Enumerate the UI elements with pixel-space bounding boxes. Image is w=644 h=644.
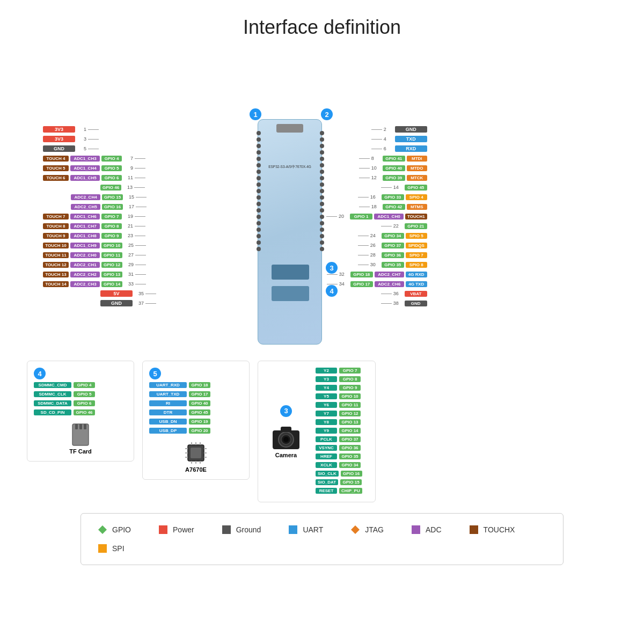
- pin-label-3v3-1: 3V3: [43, 126, 75, 133]
- left-pin-1: 3V3 1: [43, 125, 156, 134]
- rpin-label-adc1ch0: ADC1_CH0: [374, 214, 404, 219]
- left-pin-13: GPIO 46 13: [43, 182, 156, 192]
- rpin-label-mtms: MTMS: [407, 204, 427, 210]
- pin-num-35: 35: [134, 291, 144, 296]
- pin-num-11: 11: [123, 175, 133, 180]
- camera-pin-list: Y2 GPIO 7 Y3 GPIO 8 Y4 GPIO 9 Y5 GPIO 10…: [316, 368, 362, 495]
- cam-y5-gpio: GPIO 10: [339, 393, 361, 399]
- left-pin-21: TOUCH 8 ADC1_CH7 GPIO 8 21: [43, 221, 156, 231]
- tf-card-icon: [70, 421, 91, 448]
- rpin-num-6: 6: [384, 146, 393, 151]
- pin-label-adc1ch6: ADC1_CH6: [70, 214, 100, 219]
- pin-label-adc1ch9: ADC1_CH9: [70, 243, 100, 248]
- left-pin-29: TOUCH 12 ADC2_CH1 GPIO 12 29: [43, 260, 156, 269]
- svg-rect-1: [75, 424, 78, 429]
- cam-y6-gpio: GPIO 11: [339, 402, 361, 408]
- cam-href-label: HREF: [316, 453, 337, 459]
- pin-label-touch10: TOUCH 10: [43, 243, 69, 248]
- pin-label-touch5: TOUCH 5: [43, 165, 69, 171]
- legend-touchx-label: TOUCHX: [484, 525, 515, 534]
- right-pin-12: 12 GPIO 39 MTCK: [326, 173, 427, 182]
- a7670e-pin-list: UART_RXD GPIO 18 UART_TXD GPIO 17 RI GPI…: [149, 382, 243, 435]
- pin-label-gpio13: GPIO 13: [101, 272, 122, 277]
- left-pin-35: 5V 35: [43, 289, 156, 298]
- rpin-label-adc2ch6: ADC2_CH6: [375, 281, 404, 287]
- gpio-diamond-icon: [97, 524, 108, 535]
- rpin-label-gpio41: GPIO 41: [383, 156, 405, 162]
- a7670e-dtr-gpio: GPIO 45: [189, 409, 210, 415]
- cam-y5-label: Y5: [316, 393, 337, 399]
- legend-uart-label: UART: [303, 525, 323, 534]
- rpin-num-18: 18: [371, 204, 381, 209]
- pin-num-13: 13: [123, 185, 133, 190]
- left-pin-5: GND 5: [43, 144, 156, 153]
- a7670e-usbdn-label: USB_DN: [149, 419, 187, 425]
- rpin-label-4grxd: 4G RXD: [406, 272, 427, 277]
- rpin-label-gpio39: GPIO 39: [383, 175, 405, 181]
- legend-adc: ADC: [411, 524, 442, 535]
- tf-card-text: TF Card: [69, 448, 92, 455]
- cam-pin-sioclk: SIO_CLK GPIO 16: [316, 471, 362, 477]
- cam-y6-label: Y6: [316, 402, 337, 408]
- left-pin-33: TOUCH 14 ADC2_CH3 GPIO 14 33: [43, 279, 156, 289]
- ground-square-icon: [221, 524, 232, 535]
- cam-siodat-label: SIO_DAT: [316, 479, 338, 485]
- rpin-num-38: 38: [393, 301, 403, 306]
- legend-spi-label: SPI: [112, 544, 125, 553]
- spi-square-icon: [97, 543, 108, 554]
- pin-label-adc2ch1: ADC2_CH1: [70, 262, 100, 268]
- rpin-label-txd: TXD: [395, 136, 427, 142]
- left-pins-container: 3V3 1 3V3 3 GND 5 TOUCH 4 ADC1_CH3 GPIO …: [43, 125, 156, 308]
- cam-siodat-gpio: GPIO 15: [340, 479, 362, 485]
- rpin-label-gpio42: GPIO 42: [383, 204, 405, 210]
- pin-num-27: 27: [124, 252, 134, 258]
- pin-num-19: 19: [123, 214, 133, 219]
- legend-ground-label: Ground: [236, 525, 261, 534]
- svg-rect-22: [281, 427, 291, 432]
- cam-y2-gpio: GPIO 7: [339, 368, 361, 374]
- rpin-label-gpio37: GPIO 37: [382, 243, 404, 248]
- pin-label-gpio5: GPIO 5: [101, 165, 122, 171]
- pin-label-gpio46: GPIO 46: [100, 185, 121, 191]
- right-connector-dots: [320, 131, 324, 251]
- page-title: Interface definition: [0, 0, 644, 49]
- rpin-label-gpio35: GPIO 35: [382, 262, 404, 268]
- rpin-num-4: 4: [384, 136, 393, 142]
- rpin-label-spio4: SPIO 4: [406, 194, 427, 200]
- a7670e-pin-txd: UART_TXD GPIO 17: [149, 391, 243, 397]
- a7670e-chip-icon-area: A7670E: [149, 440, 243, 473]
- a7670e-rxd-label: UART_RXD: [149, 382, 187, 388]
- cam-y9-gpio: GPIO 14: [339, 428, 361, 434]
- cam-y8-label: Y8: [316, 419, 337, 425]
- right-pin-28: 28 GPIO 36 SPIO 7: [326, 250, 427, 260]
- rpin-label-gpio40: GPIO 40: [383, 165, 405, 171]
- tf-data-gpio: GPIO 6: [74, 400, 95, 406]
- cam-y7-label: Y7: [316, 411, 337, 416]
- left-pin-31: TOUCH 13 ADC2_CH2 GPIO 13 31: [43, 269, 156, 279]
- cam-pin-siodat: SIO_DAT GPIO 15: [316, 479, 362, 485]
- cam-y7-gpio: GPIO 12: [339, 411, 361, 416]
- rpin-label-gpio17: GPIO 17: [350, 281, 373, 287]
- pin-label-touch7: TOUCH 7: [43, 214, 69, 219]
- rpin-label-gpio36: GPIO 36: [382, 252, 404, 258]
- slot-4: [272, 286, 309, 301]
- circle-4-label: 4: [34, 368, 46, 379]
- adc-square-icon: [411, 524, 421, 535]
- rpin-label-gpio33: GPIO 33: [382, 194, 404, 200]
- cam-xclk-gpio: GPIO 34: [339, 462, 361, 468]
- rpin-label-mtck: MTCK: [407, 175, 427, 181]
- rpin-num-16: 16: [370, 194, 380, 200]
- rpin-num-10: 10: [371, 165, 381, 171]
- cam-pin-y9: Y9 GPIO 14: [316, 428, 362, 434]
- rpin-num-32: 32: [339, 272, 349, 277]
- tf-cd-gpio: GPIO 46: [74, 409, 95, 415]
- legend-jtag-label: JTAG: [365, 525, 384, 534]
- legend-gpio-label: GPIO: [112, 525, 131, 534]
- cam-pin-y8: Y8 GPIO 13: [316, 419, 362, 425]
- chip-label: ESP32-S3-A/S中7670X-4G: [258, 165, 321, 170]
- pin-label-adc2ch3: ADC2_CH3: [70, 281, 100, 287]
- cam-vsync-label: VSYNC: [316, 445, 337, 451]
- right-pin-16: 16 GPIO 33 SPIO 4: [326, 192, 427, 202]
- pin-num-7: 7: [123, 156, 133, 161]
- tf-cmd-label: SDMMC_CMD: [34, 382, 71, 388]
